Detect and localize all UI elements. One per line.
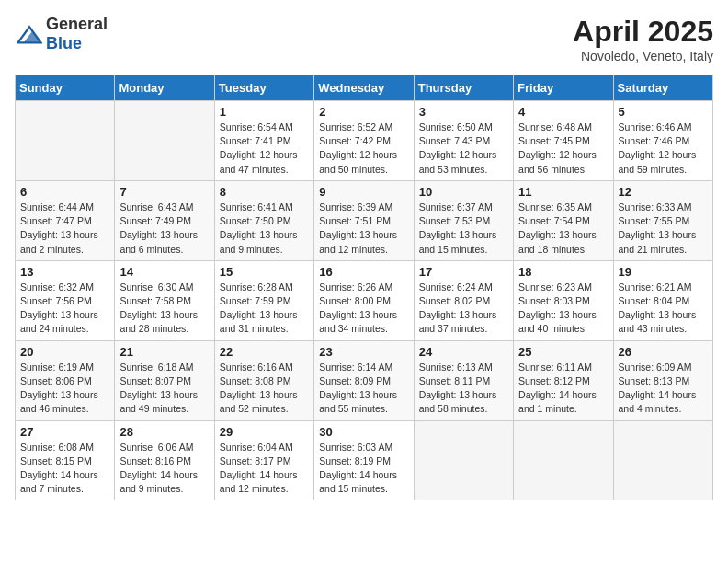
calendar-cell: 13Sunrise: 6:32 AMSunset: 7:56 PMDayligh… — [16, 260, 115, 340]
calendar-cell: 27Sunrise: 6:08 AMSunset: 8:15 PMDayligh… — [16, 420, 115, 500]
logo-general-text: General — [46, 15, 108, 33]
logo: General Blue — [15, 15, 108, 53]
day-info: Sunrise: 6:23 AMSunset: 8:03 PMDaylight:… — [518, 281, 608, 337]
calendar-cell — [414, 420, 513, 500]
day-info: Sunrise: 6:28 AMSunset: 7:59 PMDaylight:… — [220, 281, 309, 337]
day-number: 11 — [518, 185, 608, 199]
day-info: Sunrise: 6:13 AMSunset: 8:11 PMDaylight:… — [419, 361, 508, 417]
month-title: April 2025 — [573, 15, 713, 49]
calendar-cell: 29Sunrise: 6:04 AMSunset: 8:17 PMDayligh… — [214, 420, 313, 500]
day-number: 29 — [220, 425, 309, 439]
day-info: Sunrise: 6:18 AMSunset: 8:07 PMDaylight:… — [119, 361, 209, 417]
calendar-week-row: 1Sunrise: 6:54 AMSunset: 7:41 PMDaylight… — [16, 101, 713, 181]
calendar-cell: 9Sunrise: 6:39 AMSunset: 7:51 PMDaylight… — [314, 180, 414, 260]
calendar-cell: 28Sunrise: 6:06 AMSunset: 8:16 PMDayligh… — [115, 420, 214, 500]
calendar-cell: 19Sunrise: 6:21 AMSunset: 8:04 PMDayligh… — [613, 260, 712, 340]
calendar-cell: 22Sunrise: 6:16 AMSunset: 8:08 PMDayligh… — [214, 340, 313, 420]
weekday-header: Monday — [115, 75, 214, 101]
day-number: 4 — [518, 105, 608, 119]
calendar-week-row: 6Sunrise: 6:44 AMSunset: 7:47 PMDaylight… — [16, 180, 713, 260]
day-info: Sunrise: 6:11 AMSunset: 8:12 PMDaylight:… — [518, 361, 608, 417]
weekday-header: Friday — [514, 75, 613, 101]
day-number: 13 — [20, 265, 109, 279]
day-info: Sunrise: 6:44 AMSunset: 7:47 PMDaylight:… — [20, 201, 109, 257]
calendar-cell: 14Sunrise: 6:30 AMSunset: 7:58 PMDayligh… — [115, 260, 214, 340]
day-number: 21 — [119, 345, 209, 359]
day-info: Sunrise: 6:08 AMSunset: 8:15 PMDaylight:… — [20, 441, 109, 497]
day-info: Sunrise: 6:52 AMSunset: 7:42 PMDaylight:… — [319, 121, 408, 177]
day-info: Sunrise: 6:41 AMSunset: 7:50 PMDaylight:… — [220, 201, 309, 257]
day-info: Sunrise: 6:04 AMSunset: 8:17 PMDaylight:… — [220, 441, 309, 497]
logo-icon — [17, 24, 42, 44]
calendar-cell: 12Sunrise: 6:33 AMSunset: 7:55 PMDayligh… — [613, 180, 712, 260]
day-number: 17 — [419, 265, 508, 279]
day-number: 9 — [319, 185, 408, 199]
calendar-cell: 21Sunrise: 6:18 AMSunset: 8:07 PMDayligh… — [115, 340, 214, 420]
calendar-cell: 5Sunrise: 6:46 AMSunset: 7:46 PMDaylight… — [613, 101, 712, 181]
day-number: 19 — [619, 265, 708, 279]
calendar-cell: 30Sunrise: 6:03 AMSunset: 8:19 PMDayligh… — [314, 420, 414, 500]
weekday-header: Tuesday — [214, 75, 313, 101]
day-number: 20 — [20, 345, 109, 359]
calendar-cell: 16Sunrise: 6:26 AMSunset: 8:00 PMDayligh… — [314, 260, 414, 340]
day-info: Sunrise: 6:37 AMSunset: 7:53 PMDaylight:… — [419, 201, 508, 257]
day-number: 10 — [419, 185, 508, 199]
day-info: Sunrise: 6:43 AMSunset: 7:49 PMDaylight:… — [119, 201, 209, 257]
calendar-cell: 18Sunrise: 6:23 AMSunset: 8:03 PMDayligh… — [514, 260, 613, 340]
page-header: General Blue April 2025 Novoledo, Veneto… — [15, 15, 713, 63]
day-info: Sunrise: 6:33 AMSunset: 7:55 PMDaylight:… — [619, 201, 708, 257]
day-number: 1 — [220, 105, 309, 119]
calendar-cell: 26Sunrise: 6:09 AMSunset: 8:13 PMDayligh… — [613, 340, 712, 420]
day-number: 28 — [119, 425, 209, 439]
weekday-header: Sunday — [16, 75, 115, 101]
day-number: 14 — [119, 265, 209, 279]
calendar-cell — [514, 420, 613, 500]
day-info: Sunrise: 6:35 AMSunset: 7:54 PMDaylight:… — [518, 201, 608, 257]
day-number: 16 — [319, 265, 408, 279]
day-number: 5 — [619, 105, 708, 119]
calendar-cell: 7Sunrise: 6:43 AMSunset: 7:49 PMDaylight… — [115, 180, 214, 260]
day-number: 12 — [619, 185, 708, 199]
day-number: 3 — [419, 105, 508, 119]
day-number: 2 — [319, 105, 408, 119]
day-info: Sunrise: 6:46 AMSunset: 7:46 PMDaylight:… — [619, 121, 708, 177]
calendar-cell: 8Sunrise: 6:41 AMSunset: 7:50 PMDaylight… — [214, 180, 313, 260]
day-info: Sunrise: 6:06 AMSunset: 8:16 PMDaylight:… — [119, 441, 209, 497]
day-number: 23 — [319, 345, 408, 359]
day-number: 26 — [619, 345, 708, 359]
day-info: Sunrise: 6:16 AMSunset: 8:08 PMDaylight:… — [220, 361, 309, 417]
weekday-header: Wednesday — [314, 75, 414, 101]
calendar-cell: 11Sunrise: 6:35 AMSunset: 7:54 PMDayligh… — [514, 180, 613, 260]
calendar-cell: 2Sunrise: 6:52 AMSunset: 7:42 PMDaylight… — [314, 101, 414, 181]
calendar-cell: 10Sunrise: 6:37 AMSunset: 7:53 PMDayligh… — [414, 180, 513, 260]
day-info: Sunrise: 6:54 AMSunset: 7:41 PMDaylight:… — [220, 121, 309, 177]
calendar-cell: 17Sunrise: 6:24 AMSunset: 8:02 PMDayligh… — [414, 260, 513, 340]
day-number: 15 — [220, 265, 309, 279]
day-info: Sunrise: 6:30 AMSunset: 7:58 PMDaylight:… — [119, 281, 209, 337]
day-info: Sunrise: 6:48 AMSunset: 7:45 PMDaylight:… — [518, 121, 608, 177]
calendar-cell — [613, 420, 712, 500]
day-number: 6 — [20, 185, 109, 199]
day-info: Sunrise: 6:50 AMSunset: 7:43 PMDaylight:… — [419, 121, 508, 177]
day-number: 22 — [220, 345, 309, 359]
calendar-cell: 24Sunrise: 6:13 AMSunset: 8:11 PMDayligh… — [414, 340, 513, 420]
title-area: April 2025 Novoledo, Veneto, Italy — [573, 15, 713, 63]
day-info: Sunrise: 6:21 AMSunset: 8:04 PMDaylight:… — [619, 281, 708, 337]
weekday-header-row: SundayMondayTuesdayWednesdayThursdayFrid… — [16, 75, 713, 101]
day-info: Sunrise: 6:24 AMSunset: 8:02 PMDaylight:… — [419, 281, 508, 337]
calendar-table: SundayMondayTuesdayWednesdayThursdayFrid… — [15, 75, 713, 500]
calendar-cell: 3Sunrise: 6:50 AMSunset: 7:43 PMDaylight… — [414, 101, 513, 181]
calendar-body: 1Sunrise: 6:54 AMSunset: 7:41 PMDaylight… — [16, 101, 713, 500]
calendar-cell: 23Sunrise: 6:14 AMSunset: 8:09 PMDayligh… — [314, 340, 414, 420]
calendar-cell — [16, 101, 115, 181]
day-number: 30 — [319, 425, 408, 439]
day-number: 7 — [119, 185, 209, 199]
calendar-cell: 20Sunrise: 6:19 AMSunset: 8:06 PMDayligh… — [16, 340, 115, 420]
calendar-week-row: 20Sunrise: 6:19 AMSunset: 8:06 PMDayligh… — [16, 340, 713, 420]
day-info: Sunrise: 6:09 AMSunset: 8:13 PMDaylight:… — [619, 361, 708, 417]
day-number: 25 — [518, 345, 608, 359]
calendar-cell — [115, 101, 214, 181]
weekday-header: Thursday — [414, 75, 513, 101]
calendar-cell: 4Sunrise: 6:48 AMSunset: 7:45 PMDaylight… — [514, 101, 613, 181]
calendar-cell: 15Sunrise: 6:28 AMSunset: 7:59 PMDayligh… — [214, 260, 313, 340]
